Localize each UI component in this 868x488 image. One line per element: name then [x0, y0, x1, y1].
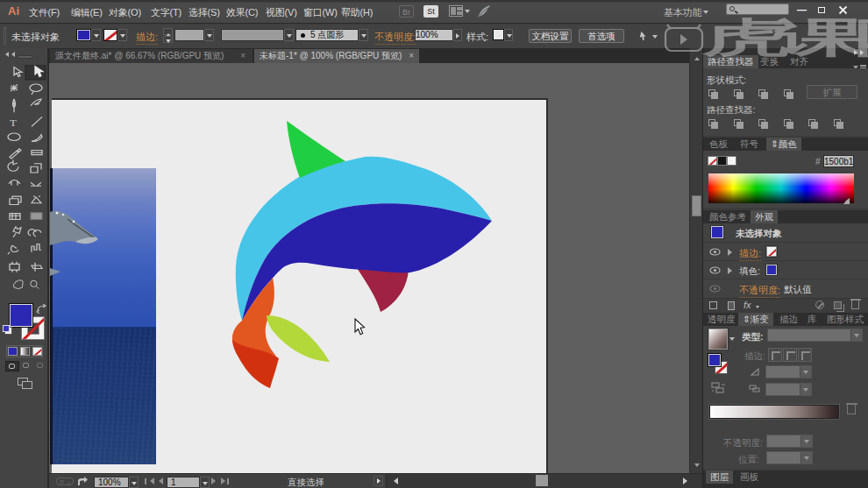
svg-text:T: T: [10, 117, 18, 128]
